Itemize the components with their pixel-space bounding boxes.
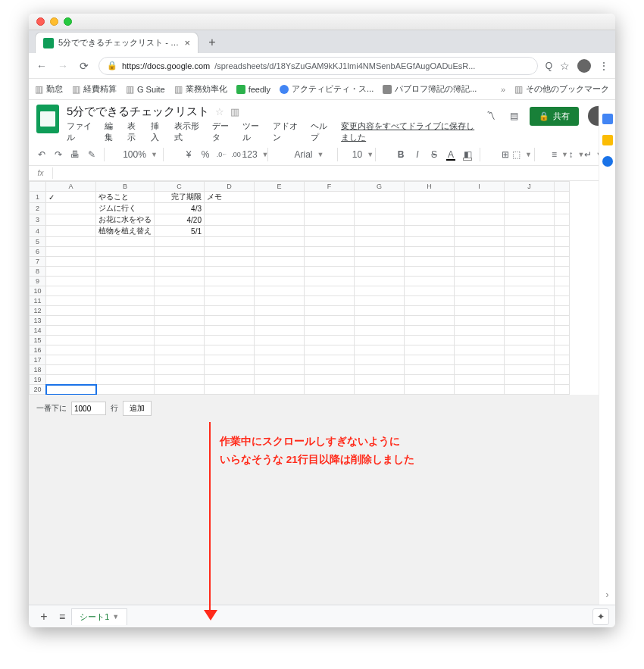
tab-close-icon[interactable]: × (184, 37, 190, 48)
cell[interactable]: ジムに行く (96, 203, 155, 214)
add-sheet-button[interactable]: + (35, 610, 53, 624)
cell[interactable] (205, 316, 255, 326)
cell[interactable] (455, 375, 505, 385)
cell[interactable] (305, 214, 355, 226)
cell[interactable] (505, 267, 555, 277)
borders-button[interactable]: ⊞ (499, 147, 512, 162)
row-header[interactable]: 6 (30, 247, 46, 257)
cell[interactable] (46, 326, 96, 336)
row-header[interactable]: 10 (30, 286, 46, 296)
cell[interactable] (255, 192, 305, 203)
column-header[interactable]: I (455, 182, 505, 192)
cell[interactable] (155, 257, 205, 267)
add-rows-input[interactable] (71, 402, 106, 415)
cell[interactable] (505, 355, 555, 365)
close-window-icon[interactable] (36, 17, 45, 26)
column-header[interactable]: C (155, 182, 205, 192)
row-header[interactable]: 9 (30, 277, 46, 286)
cell[interactable] (155, 306, 205, 316)
cell[interactable] (455, 385, 505, 395)
cell[interactable] (96, 355, 155, 365)
save-status[interactable]: 変更内容をすべてドライブに保存しました (341, 120, 477, 143)
sheets-logo-icon[interactable] (36, 105, 59, 133)
row-header[interactable]: 7 (30, 257, 46, 267)
cell[interactable] (405, 345, 455, 355)
select-all-cell[interactable] (30, 182, 46, 192)
row-header[interactable]: 4 (30, 226, 46, 237)
doc-title[interactable]: 5分でできるチェックリスト (67, 105, 209, 119)
calendar-addon-icon[interactable] (602, 114, 613, 124)
cell[interactable]: メモ (205, 192, 255, 203)
cell[interactable] (355, 237, 405, 247)
cell[interactable] (255, 257, 305, 267)
paint-format-icon[interactable]: ✎ (85, 147, 98, 162)
menu-insert[interactable]: 挿入 (151, 120, 165, 143)
row-header[interactable]: 18 (30, 365, 46, 375)
cell[interactable] (405, 385, 455, 395)
cell[interactable] (405, 316, 455, 326)
cell[interactable] (505, 214, 555, 226)
cell[interactable] (255, 296, 305, 306)
cell[interactable] (155, 296, 205, 306)
cell[interactable] (205, 345, 255, 355)
font-family-select[interactable]: Arial▼ (286, 147, 332, 162)
menu-view[interactable]: 表示 (127, 120, 142, 143)
cell[interactable] (355, 326, 405, 336)
cell[interactable] (305, 336, 355, 345)
cell[interactable] (505, 345, 555, 355)
cell[interactable] (46, 257, 96, 267)
cell[interactable] (205, 296, 255, 306)
row-header[interactable]: 20 (30, 385, 46, 395)
cell[interactable] (405, 326, 455, 336)
all-sheets-button[interactable]: ≡ (59, 611, 65, 623)
cell[interactable] (155, 247, 205, 257)
cell[interactable] (205, 336, 255, 345)
cell[interactable]: 4/20 (155, 214, 205, 226)
cell[interactable] (155, 345, 205, 355)
cell[interactable] (96, 267, 155, 277)
cell[interactable] (155, 355, 205, 365)
cell[interactable] (46, 267, 96, 277)
cell[interactable] (205, 286, 255, 296)
forward-icon[interactable]: → (56, 60, 70, 72)
cell[interactable] (505, 385, 555, 395)
cell[interactable] (155, 277, 205, 286)
cell[interactable] (455, 345, 505, 355)
browser-menu-icon[interactable]: ⋮ (599, 60, 609, 72)
row-header[interactable]: 8 (30, 267, 46, 277)
cell[interactable] (255, 267, 305, 277)
cell[interactable] (405, 306, 455, 316)
cell[interactable] (455, 316, 505, 326)
cell[interactable] (355, 385, 405, 395)
cell[interactable] (455, 355, 505, 365)
zoom-window-icon[interactable] (64, 17, 72, 26)
format-currency[interactable]: ¥ (182, 147, 195, 162)
cell[interactable] (355, 306, 405, 316)
cell[interactable] (255, 385, 305, 395)
keep-addon-icon[interactable] (602, 135, 613, 145)
cell[interactable] (305, 326, 355, 336)
add-rows-button[interactable]: 追加 (123, 401, 152, 416)
cell[interactable] (155, 267, 205, 277)
cell[interactable] (405, 257, 455, 267)
cell[interactable] (505, 316, 555, 326)
cell[interactable] (355, 316, 405, 326)
cell[interactable] (46, 247, 96, 257)
cell[interactable] (405, 375, 455, 385)
cell[interactable] (46, 345, 96, 355)
cell[interactable] (455, 336, 505, 345)
cell[interactable] (355, 226, 405, 237)
cell[interactable] (46, 316, 96, 326)
row-header[interactable]: 3 (30, 214, 46, 226)
cell[interactable] (405, 226, 455, 237)
v-align-button[interactable]: ↕▼ (570, 147, 583, 162)
cell[interactable] (305, 237, 355, 247)
merge-cells-button[interactable]: ⬚▼ (515, 147, 529, 162)
row-header[interactable]: 17 (30, 355, 46, 365)
cell[interactable] (255, 326, 305, 336)
cell[interactable] (355, 296, 405, 306)
minimize-window-icon[interactable] (50, 17, 58, 26)
cell[interactable] (305, 375, 355, 385)
cell[interactable] (96, 237, 155, 247)
cell[interactable]: ✓ (46, 192, 96, 203)
